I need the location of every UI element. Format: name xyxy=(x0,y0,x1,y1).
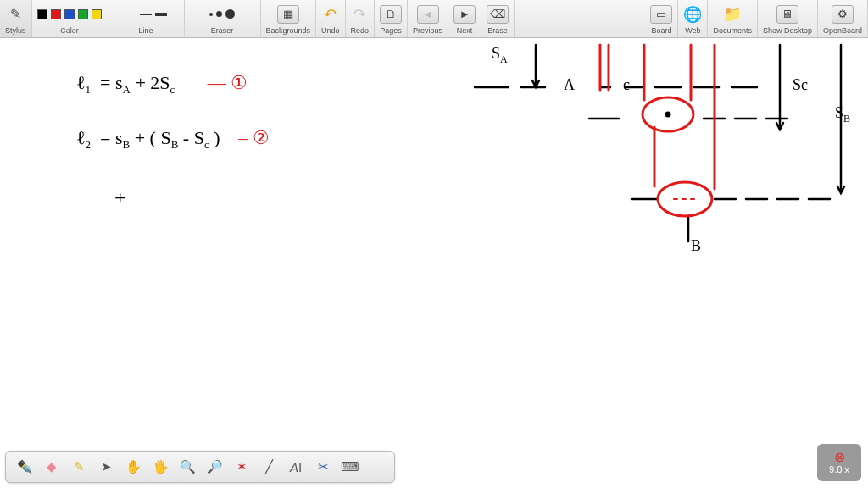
eraser-tool[interactable]: Eraser xyxy=(185,0,261,37)
eraser-sm[interactable] xyxy=(209,13,213,16)
line-label: Line xyxy=(139,26,153,35)
undo-icon: ↶ xyxy=(324,5,337,24)
color-label: Color xyxy=(60,26,79,35)
keyboard-tool[interactable]: ⌨ xyxy=(338,455,362,479)
web-tool[interactable]: 🌐 Web xyxy=(678,0,708,37)
web-label: Web xyxy=(685,26,700,35)
whiteboard-canvas[interactable]: ℓ1 = sA + 2Sc — ① ℓ2 = sB + ( SB - Sc ) … xyxy=(0,38,868,445)
zoom-in-tool[interactable]: 🔍 xyxy=(175,455,199,479)
openboard-label: OpenBoard xyxy=(823,26,862,35)
swatch-green[interactable] xyxy=(78,9,88,19)
equation-2: ℓ2 = sB + ( SB - Sc ) – ② xyxy=(76,127,270,152)
eraser-md[interactable] xyxy=(216,11,222,17)
redo-label: Redo xyxy=(351,26,370,35)
zoom-out-tool[interactable]: 🔎 xyxy=(203,455,226,479)
pages-tool[interactable]: 🗋 Pages xyxy=(375,0,408,37)
stylus-toolbar: ✒️ ◆ ✎ ➤ ✋ 🖐 🔍 🔎 ✶ ╱ AI ✂ ⌨ xyxy=(5,451,395,483)
swatch-blue[interactable] xyxy=(64,9,75,19)
eq2-tag: – ② xyxy=(239,127,270,148)
prev-icon: ◄ xyxy=(417,5,439,24)
color-tool[interactable]: Color xyxy=(32,0,108,37)
board-tool[interactable]: ▭ Board xyxy=(645,0,678,37)
backgrounds-tool[interactable]: ▦ Backgrounds xyxy=(261,0,317,37)
eraser-btn[interactable]: ◆ xyxy=(40,455,64,479)
eraser-lg[interactable] xyxy=(225,9,235,19)
svg-point-1 xyxy=(666,113,670,116)
page-add-icon: 🗋 xyxy=(380,5,402,24)
toolbar-spacer xyxy=(515,0,645,37)
erase-tool[interactable]: ⌫ Erase xyxy=(481,0,515,37)
label-C: c xyxy=(623,76,630,94)
pen-tool[interactable]: ✒️ xyxy=(13,455,36,479)
line-thick[interactable] xyxy=(155,13,167,16)
board-label: Board xyxy=(651,26,671,35)
pages-label: Pages xyxy=(380,26,402,35)
stylus-label: Stylus xyxy=(5,26,26,35)
label-SC: Sc xyxy=(793,76,808,94)
capture-tool[interactable]: ✂ xyxy=(311,455,335,479)
label-SA: SA xyxy=(492,45,508,66)
equation-1: ℓ1 = sA + 2Sc — ① xyxy=(76,72,248,97)
eraser-label: Eraser xyxy=(211,26,234,35)
undo-tool[interactable]: ↶ Undo xyxy=(316,0,346,37)
stylus-tool[interactable]: ✎ Stylus xyxy=(0,0,32,37)
text-tool[interactable]: AI xyxy=(284,455,308,479)
eq1-tag: — ① xyxy=(208,72,248,93)
line-tool[interactable]: Line xyxy=(108,0,185,37)
next-tool[interactable]: ► Next xyxy=(448,0,481,37)
globe-icon: 🌐 xyxy=(683,5,702,24)
line-med[interactable] xyxy=(140,14,152,15)
line-thin[interactable] xyxy=(125,14,136,14)
label-B: B xyxy=(691,237,701,255)
laser-tool[interactable]: ✶ xyxy=(230,455,253,479)
highlighter-tool[interactable]: ✎ xyxy=(67,455,91,479)
documents-label: Documents xyxy=(713,26,752,35)
previous-tool[interactable]: ◄ Previous xyxy=(408,0,448,37)
backgrounds-label: Backgrounds xyxy=(266,26,311,35)
folder-icon: 📁 xyxy=(723,5,742,24)
next-label: Next xyxy=(457,26,473,35)
redo-tool[interactable]: ↷ Redo xyxy=(346,0,376,37)
line-draw-tool[interactable]: ╱ xyxy=(257,455,281,479)
documents-tool[interactable]: 📁 Documents xyxy=(708,0,758,37)
zoom-value: 9.0 x xyxy=(829,464,849,474)
label-A: A xyxy=(564,76,575,94)
desktop-icon: 🖥 xyxy=(776,5,798,24)
board-icon: ▭ xyxy=(650,5,672,24)
label-SB: SB xyxy=(835,104,850,125)
grid-icon: ▦ xyxy=(277,5,299,24)
hand-select-tool[interactable]: ✋ xyxy=(121,455,145,479)
redo-icon: ↷ xyxy=(353,5,366,24)
undo-label: Undo xyxy=(321,26,340,35)
hand-pan-tool[interactable]: 🖐 xyxy=(148,455,172,479)
next-icon: ► xyxy=(453,5,476,24)
zoom-reset-icon: ⊗ xyxy=(834,451,845,464)
swatch-red[interactable] xyxy=(51,9,61,19)
erase-icon: ⌫ xyxy=(487,5,509,24)
show-desktop-label: Show Desktop xyxy=(763,26,812,35)
gear-icon: ⚙ xyxy=(832,5,854,24)
main-toolbar: ✎ Stylus Color Line Eraser ▦ Backgrounds xyxy=(0,0,868,38)
show-desktop-tool[interactable]: 🖥 Show Desktop xyxy=(758,0,818,37)
openboard-tool[interactable]: ⚙ OpenBoard xyxy=(818,0,868,37)
zoom-indicator[interactable]: ⊗ 9.0 x xyxy=(817,444,861,481)
pointer-tool[interactable]: ➤ xyxy=(94,455,118,479)
swatch-yellow[interactable] xyxy=(92,9,102,19)
previous-label: Previous xyxy=(413,26,442,35)
swatch-black[interactable] xyxy=(37,9,47,19)
plus-sign: + xyxy=(114,186,126,209)
erase-label: Erase xyxy=(487,26,508,35)
